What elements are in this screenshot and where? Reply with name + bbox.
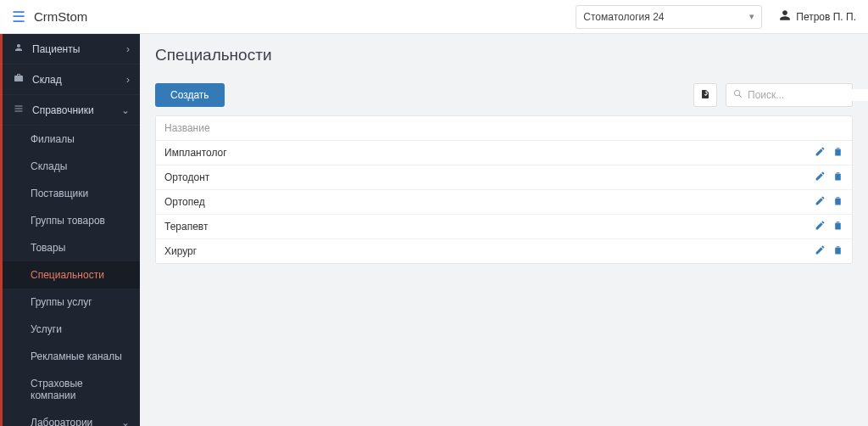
sidebar-subitem[interactable]: Услуги — [0, 316, 140, 343]
warehouse-icon — [12, 73, 25, 86]
list-icon — [12, 104, 25, 116]
row-name: Терапевт — [164, 221, 815, 233]
svg-line-1 — [739, 95, 742, 98]
toolbar: Создать — [155, 83, 853, 107]
export-button[interactable] — [693, 83, 717, 107]
sidebar-item-label: Пациенты — [32, 43, 126, 55]
sidebar: Пациенты › Склад › Справочники ⌄ Филиалы… — [0, 34, 140, 426]
sidebar-item-references[interactable]: Справочники ⌄ — [0, 95, 140, 126]
svg-point-0 — [734, 90, 739, 95]
patients-icon — [12, 42, 25, 55]
table-row: Имплантолог — [156, 141, 852, 165]
sidebar-subitem[interactable]: Товары — [0, 234, 140, 261]
sidebar-subitem[interactable]: Лаборатории⌄ — [0, 409, 140, 426]
sidebar-subitem[interactable]: Филиалы — [0, 126, 140, 153]
delete-icon[interactable] — [832, 220, 843, 233]
row-actions — [815, 195, 843, 209]
edit-icon[interactable] — [815, 146, 826, 160]
row-actions — [815, 220, 843, 233]
sidebar-subitem[interactable]: Страховые компании — [0, 370, 140, 409]
user-icon — [779, 9, 791, 24]
table-header: Название — [156, 116, 852, 141]
topbar: ☰ CrmStom Стоматология 24 ▾ Петров П. П. — [0, 0, 868, 34]
sidebar-item-label: Справочники — [32, 104, 121, 116]
clinic-selected-label: Стоматология 24 — [583, 11, 664, 23]
table-row: Ортопед — [156, 190, 852, 215]
delete-icon[interactable] — [832, 171, 843, 184]
row-actions — [815, 171, 843, 184]
sidebar-subitem-label: Лаборатории — [31, 417, 121, 426]
edit-icon[interactable] — [815, 220, 826, 233]
row-actions — [815, 146, 843, 160]
file-icon — [700, 88, 710, 103]
sidebar-subitem[interactable]: Группы услуг — [0, 289, 140, 316]
row-actions — [815, 244, 843, 258]
sidebar-subitem[interactable]: Поставщики — [0, 180, 140, 207]
delete-icon[interactable] — [832, 244, 843, 258]
chevron-down-icon: ▾ — [749, 11, 754, 22]
specialties-table: Название ИмплантологОртодонтОртопедТерап… — [155, 115, 853, 264]
chevron-down-icon: ⌄ — [121, 417, 130, 426]
row-name: Имплантолог — [164, 147, 815, 159]
table-row: Ортодонт — [156, 165, 852, 190]
sidebar-subitem[interactable]: Специальности — [0, 261, 140, 289]
chevron-right-icon: › — [126, 74, 130, 86]
sidebar-item-label: Склад — [32, 74, 126, 86]
search-box[interactable] — [726, 83, 853, 107]
create-button[interactable]: Создать — [155, 83, 225, 107]
sidebar-subitem[interactable]: Склады — [0, 153, 140, 180]
main-content: Специальности Создать Название Имплантол… — [140, 34, 868, 426]
search-input[interactable] — [748, 89, 868, 101]
search-icon — [733, 89, 743, 101]
table-row: Хирург — [156, 239, 852, 263]
user-menu[interactable]: Петров П. П. — [779, 9, 856, 24]
brand-title: CrmStom — [34, 9, 87, 24]
chevron-down-icon: ⌄ — [121, 104, 130, 116]
sidebar-item-warehouse[interactable]: Склад › — [0, 64, 140, 95]
user-name-label: Петров П. П. — [796, 11, 856, 23]
edit-icon[interactable] — [815, 195, 826, 209]
column-header-name: Название — [164, 122, 210, 134]
clinic-select[interactable]: Стоматология 24 ▾ — [576, 5, 762, 29]
edit-icon[interactable] — [815, 171, 826, 184]
menu-toggle-icon[interactable]: ☰ — [12, 8, 25, 26]
row-name: Ортодонт — [164, 171, 815, 183]
row-name: Ортопед — [164, 196, 815, 208]
sidebar-subitem[interactable]: Рекламные каналы — [0, 343, 140, 370]
delete-icon[interactable] — [832, 146, 843, 160]
row-name: Хирург — [164, 245, 815, 257]
sidebar-subitem[interactable]: Группы товаров — [0, 207, 140, 234]
chevron-right-icon: › — [126, 43, 130, 55]
sidebar-item-patients[interactable]: Пациенты › — [0, 34, 140, 64]
edit-icon[interactable] — [815, 244, 826, 258]
page-title: Специальности — [155, 46, 853, 64]
table-row: Терапевт — [156, 215, 852, 239]
delete-icon[interactable] — [832, 195, 843, 209]
